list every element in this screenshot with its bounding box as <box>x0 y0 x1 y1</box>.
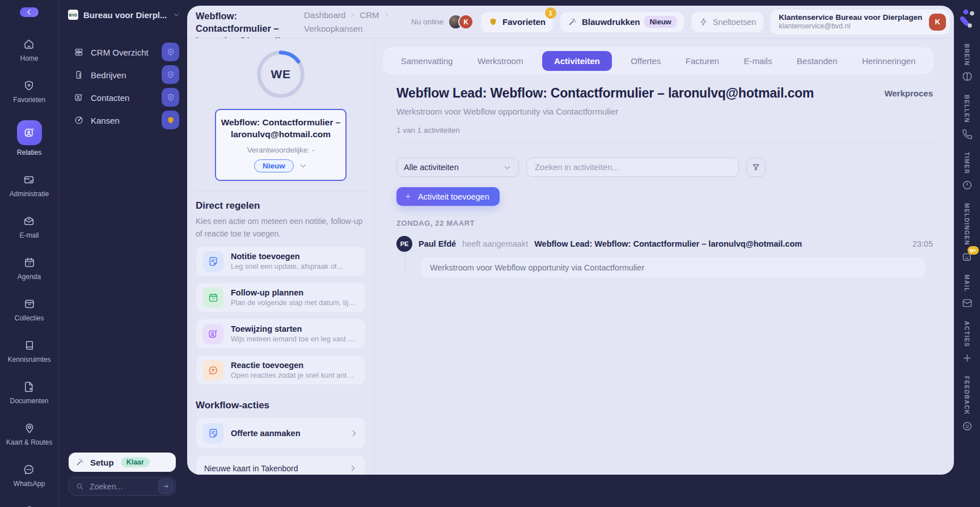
workflow-nieuwe-kaart-in-takenbord[interactable]: Nieuwe kaart in Takenbord <box>196 455 366 475</box>
tab-bestanden[interactable]: Bestanden <box>791 51 843 71</box>
collapse-sidebar-button[interactable] <box>20 7 39 17</box>
chevron-down-icon <box>172 11 180 19</box>
tab-activiteiten[interactable]: Activiteiten <box>542 51 612 71</box>
activity-count: 1 van 1 activiteiten <box>396 126 933 134</box>
rail-item-whatsapp[interactable]: WhatsApp <box>14 463 45 488</box>
workspace-logo: BVD <box>68 10 78 20</box>
status-badge[interactable]: Nieuw <box>254 159 294 172</box>
activity-body: Werkstroom voor Webflow opportunity via … <box>421 257 925 278</box>
setup-status-badge: Klaar <box>121 457 150 467</box>
page-title: Webflow Lead: Webflow: Contactformulier … <box>396 86 814 101</box>
svg-text:17: 17 <box>212 298 215 301</box>
rail-item-collecties[interactable]: Collecties <box>14 297 44 322</box>
rail-item-help[interactable] <box>23 504 36 507</box>
favorites-button[interactable]: Favorieten 1 <box>481 12 553 32</box>
record-initials: WE <box>254 47 308 102</box>
tab-herinneringen[interactable]: Herinneringen <box>856 51 921 71</box>
new-badge: Nieuw <box>644 16 676 28</box>
action-follow-up-plannen[interactable]: 17Follow-up plannenPlan de volgende stap… <box>196 282 366 312</box>
tab-facturen[interactable]: Facturen <box>680 51 725 71</box>
svg-text:AI: AI <box>28 218 30 221</box>
page-subtitle: Werkstroom voor Webflow opportunity via … <box>396 107 933 116</box>
shield-icon <box>488 17 498 27</box>
chevron-down-icon[interactable] <box>299 162 307 170</box>
user-email: klantenservice@bvd.nl <box>779 22 922 31</box>
tool-rail: BREINBELLENTIMERMELDINGEN9+MAILACTIESFEE… <box>954 0 980 507</box>
action-notitie-toevoegen[interactable]: Notitie toevoegenLeg snel een update, af… <box>196 246 366 276</box>
workflow-offerte-aanmaken[interactable]: Offerte aanmaken <box>196 417 366 449</box>
divider <box>194 191 368 191</box>
wand-icon <box>568 17 577 27</box>
add-activity-button[interactable]: Activiteit toevoegen <box>396 187 500 206</box>
breadcrumb-verkoopkansen[interactable]: Verkoopkansen <box>304 24 362 33</box>
chevron-left-icon <box>25 8 33 16</box>
tool-meldingen[interactable]: MELDINGEN9+ <box>961 203 973 263</box>
tool-label: BREIN <box>964 44 970 66</box>
tab-samenvatting[interactable]: Samenvatting <box>395 51 459 71</box>
tab-werkstroom[interactable]: Werkstroom <box>472 51 529 71</box>
breadcrumb-crm[interactable]: CRM <box>360 10 379 20</box>
shield-badge[interactable] <box>162 65 179 84</box>
setup-button[interactable]: Setup Klaar <box>69 453 176 472</box>
gold-shield-badge[interactable] <box>162 111 179 129</box>
sidebar-item-bedrijven[interactable]: Bedrijven <box>59 64 187 86</box>
activity-target[interactable]: Webflow Lead: Webflow: Contactformulier … <box>534 239 802 248</box>
rail-item-favorieten[interactable]: Favorieten <box>13 79 45 104</box>
action-title: Toewijzing starten <box>231 324 358 333</box>
selected-record-card[interactable]: Webflow: Contactformulier – laronulvq@ho… <box>215 109 347 181</box>
blueprints-button[interactable]: Blauwdrukken Nieuw <box>560 12 684 32</box>
rail-item-e-mail[interactable]: AIE-mail <box>19 214 39 239</box>
svg-text:17: 17 <box>28 262 31 265</box>
rail-item-label: Documenten <box>10 397 48 405</box>
rail-item-kaart-routes[interactable]: Kaart & Routes <box>6 421 52 446</box>
rail-item-administratie[interactable]: Administratie <box>10 173 49 198</box>
shield-badge[interactable] <box>162 88 179 107</box>
date-group-header: ZONDAG, 22 MAART <box>396 219 933 227</box>
activity-search-input[interactable] <box>534 162 732 172</box>
crm-navigation: CRM OverzichtBedrijvenContactenKansen <box>59 41 187 132</box>
rail-item-label: WhatsApp <box>14 480 45 488</box>
activity-type-dropdown[interactable]: Alle activiteiten <box>396 158 519 177</box>
timer-icon <box>961 179 973 191</box>
chevron-right-icon <box>383 12 390 18</box>
tool-feedback[interactable]: FEEDBACK <box>961 376 973 432</box>
rail-item-home[interactable]: Home <box>20 37 38 62</box>
werkproces-link[interactable]: Werkproces <box>884 88 933 98</box>
favorites-label: Favorieten <box>502 17 546 27</box>
online-avatars[interactable]: K <box>448 14 474 29</box>
search-icon <box>75 482 84 491</box>
tool-timer[interactable]: TIMER <box>961 152 973 191</box>
search-submit-button[interactable] <box>158 479 174 494</box>
action-title: Reactie toevoegen <box>231 361 358 370</box>
shield-badge[interactable] <box>162 43 179 61</box>
activity-item[interactable]: PE Paul Efdé heeft aangemaakt Webflow Le… <box>396 236 933 252</box>
action-reactie-toevoegen[interactable]: Reactie toevoegenOpen reacties zodat je … <box>196 355 366 385</box>
sidebar-item-crm-overzicht[interactable]: CRM Overzicht <box>59 41 187 64</box>
rail-item-label: Kaart & Routes <box>6 438 52 446</box>
tool-mail[interactable]: MAIL <box>961 274 973 309</box>
plus-icon <box>961 352 973 364</box>
shortcuts-button[interactable]: Sneltoetsen <box>691 12 764 32</box>
tab-e-mails[interactable]: E-mails <box>738 51 778 71</box>
record-title: Webflow: Contactformulier – laronulvq@ho… <box>221 117 341 141</box>
sidebar-item-kansen[interactable]: Kansen <box>59 109 187 132</box>
tool-acties[interactable]: ACTIES <box>961 321 973 364</box>
rail-item-documenten[interactable]: Documenten <box>10 380 48 405</box>
sidebar-search-input[interactable] <box>88 481 154 492</box>
rail-item-relaties[interactable]: Relaties <box>17 120 42 157</box>
panel-body: WE Webflow: Contactformulier – laronulvq… <box>187 39 954 475</box>
user-info: Klantenservice Bureau voor Dierplagen kl… <box>779 13 922 31</box>
tool-bellen[interactable]: BELLEN <box>961 95 973 140</box>
filter-button[interactable] <box>746 158 766 177</box>
tab-offertes[interactable]: Offertes <box>625 51 666 71</box>
rail-item-kennisruimtes[interactable]: Kennisruimtes <box>7 339 50 364</box>
rail-item-label: Relaties <box>17 149 41 157</box>
sidebar-item-contacten[interactable]: Contacten <box>59 86 187 109</box>
rail-item-agenda[interactable]: 17Agenda <box>18 256 41 281</box>
tool-brein[interactable]: BREIN <box>961 44 973 83</box>
comment-icon <box>208 365 219 376</box>
breadcrumb-dashboard[interactable]: Dashboard <box>304 10 345 20</box>
user-menu[interactable]: Klantenservice Bureau voor Dierplagen kl… <box>771 10 950 35</box>
action-toewijzing-starten[interactable]: Toewijzing startenWijs meteen iemand toe… <box>196 319 366 349</box>
workspace-switcher[interactable]: BVD Bureau voor Dierpl... <box>68 10 180 20</box>
